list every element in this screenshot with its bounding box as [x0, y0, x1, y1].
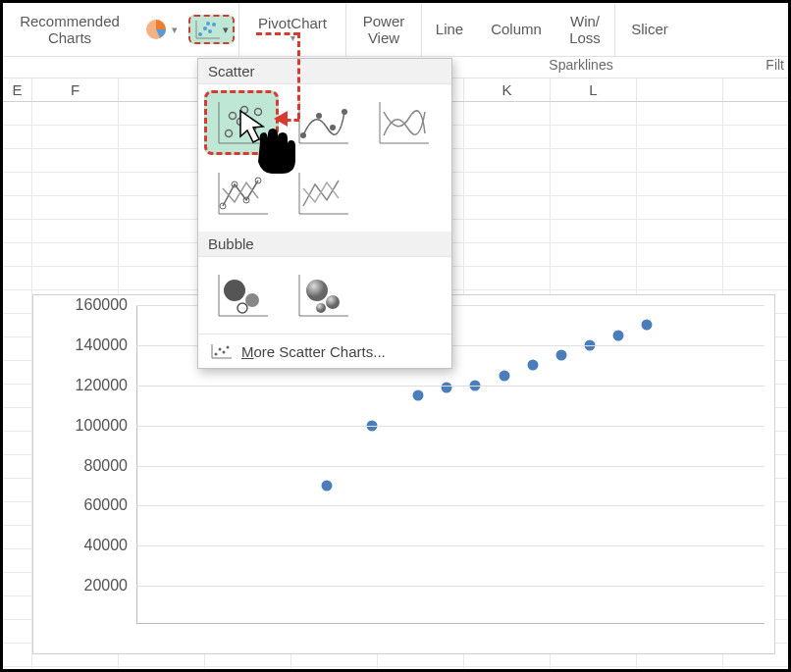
svg-point-7	[206, 22, 210, 26]
svg-point-20	[330, 125, 336, 130]
more-scatter-charts[interactable]: More Scatter Charts...	[198, 334, 451, 368]
svg-point-4	[203, 26, 207, 30]
col-header[interactable]: K	[464, 78, 551, 101]
data-point	[442, 382, 452, 392]
data-point	[412, 389, 423, 400]
svg-point-3	[198, 32, 202, 36]
svg-point-5	[208, 29, 212, 33]
bubble-3d-option[interactable]	[285, 263, 359, 328]
dropdown-section-scatter: Scatter	[198, 59, 451, 84]
svg-point-39	[306, 280, 328, 301]
svg-point-45	[219, 348, 222, 351]
bubble-2d-option[interactable]	[204, 263, 279, 328]
y-axis-tick: 20000	[65, 577, 128, 594]
y-axis-tick: 80000	[65, 457, 128, 475]
svg-point-35	[245, 293, 259, 307]
y-axis-tick: 100000	[65, 417, 128, 435]
col-header[interactable]	[637, 78, 723, 101]
power-view-button[interactable]: Power View	[346, 3, 421, 56]
annotation-arrow	[256, 32, 299, 35]
pivotchart-button[interactable]: PivotChart	[239, 3, 345, 56]
y-axis-tick: 160000	[65, 296, 128, 314]
sparkline-column-button[interactable]: Column	[477, 3, 555, 56]
dropdown-section-bubble: Bubble	[198, 232, 451, 257]
col-header[interactable]	[119, 78, 205, 101]
svg-point-19	[316, 113, 322, 119]
sparkline-winloss-button[interactable]: Win/ Loss	[555, 3, 614, 56]
data-point	[613, 330, 624, 340]
data-point	[499, 370, 509, 381]
y-axis-tick: 60000	[65, 496, 128, 514]
ribbon: Recommended Charts ▾ ▾ PivotChart Power …	[3, 3, 788, 57]
svg-point-21	[342, 109, 347, 115]
svg-point-6	[212, 23, 216, 26]
col-header[interactable]: L	[551, 78, 637, 101]
svg-point-44	[215, 353, 218, 356]
recommended-charts-button[interactable]: Recommended Charts	[3, 3, 136, 56]
svg-point-40	[326, 295, 340, 309]
data-point	[642, 320, 653, 331]
sparkline-line-button[interactable]: Line	[422, 3, 477, 56]
svg-point-41	[316, 303, 326, 313]
slicer-button[interactable]: Slicer	[615, 3, 684, 56]
svg-point-47	[227, 346, 230, 349]
svg-point-46	[223, 351, 226, 354]
col-header[interactable]: F	[32, 78, 119, 101]
pie-chart-button[interactable]: ▾	[136, 3, 184, 56]
svg-point-34	[224, 280, 245, 301]
scatter-mini-icon	[194, 19, 220, 40]
y-axis-tick: 120000	[65, 377, 128, 394]
svg-point-36	[237, 303, 247, 313]
y-axis-tick: 140000	[65, 336, 128, 354]
data-point	[527, 360, 538, 371]
scatter-smooth-lines-option[interactable]	[365, 90, 440, 155]
svg-point-15	[230, 113, 237, 120]
svg-point-10	[226, 130, 233, 137]
col-header[interactable]: E	[3, 78, 32, 101]
scatter-chart-button[interactable]: ▾	[184, 3, 238, 56]
scatter-chart-dropdown: Scatter	[197, 58, 452, 369]
data-point	[321, 480, 332, 491]
annotation-arrow	[297, 32, 300, 119]
y-axis-tick: 40000	[65, 537, 128, 554]
data-point	[555, 350, 566, 361]
pie-icon	[142, 13, 170, 46]
scatter-small-icon	[210, 342, 232, 360]
cursor-pointer-icon	[237, 107, 305, 189]
